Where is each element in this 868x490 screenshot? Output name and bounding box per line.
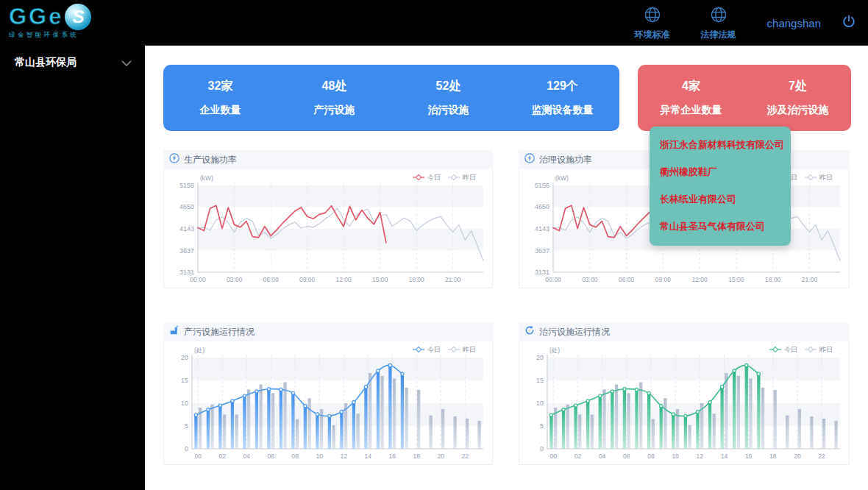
svg-text:10: 10	[316, 452, 324, 460]
svg-text:02: 02	[219, 452, 227, 460]
svg-text:昨日: 昨日	[463, 346, 476, 353]
chart-title: 治污设施运行情况	[539, 326, 610, 338]
svg-text:今日: 今日	[427, 346, 441, 353]
svg-text:09:00: 09:00	[299, 276, 316, 283]
company-item[interactable]: 浙江永合新材料科技有限公司	[650, 131, 791, 158]
stat-value: 129个	[547, 79, 578, 94]
svg-text:0: 0	[540, 445, 544, 452]
svg-text:(kW): (kW)	[200, 174, 213, 182]
globe-icon	[709, 5, 728, 27]
svg-text:06: 06	[268, 452, 275, 460]
svg-text:16: 16	[389, 452, 396, 460]
stat-item: 48处产污设施	[277, 65, 391, 131]
svg-text:4650: 4650	[179, 203, 194, 210]
svg-text:22: 22	[818, 452, 825, 460]
nav-item-env-standards[interactable]: 环境标准	[635, 5, 670, 41]
svg-text:02: 02	[574, 452, 582, 460]
svg-text:0: 0	[185, 445, 188, 452]
main-content: 32家企业数量48处产污设施52处治污设施129个监测设备数量 4家异常企业数量…	[145, 46, 868, 490]
nav-item-laws[interactable]: 法律法规	[701, 5, 736, 41]
nav-label: 环境标准	[635, 29, 670, 41]
org-name: 常山县环保局	[15, 56, 77, 69]
svg-text:5: 5	[185, 422, 188, 430]
svg-text:09:00: 09:00	[655, 276, 672, 283]
chart-plot: 20151050(处)000204060810121416182022今日昨日	[519, 341, 850, 465]
svg-text:18: 18	[769, 452, 777, 460]
company-item[interactable]: 衢州橡胶鞋厂	[650, 158, 791, 185]
chart-header: 治污设施运行情况	[519, 322, 850, 341]
svg-text:(处): (处)	[194, 347, 204, 354]
chart-title: 治理设施功率	[539, 154, 592, 166]
stat-item: 4家异常企业数量	[638, 65, 744, 131]
svg-text:12:00: 12:00	[692, 276, 708, 283]
chart-card-production-power: 生产设施功率 51564650414336373131(kW)00:0003:0…	[163, 150, 493, 288]
svg-text:18:00: 18:00	[765, 276, 781, 283]
chimney-icon	[169, 325, 179, 338]
username[interactable]: changshan	[767, 17, 821, 29]
svg-text:21:00: 21:00	[445, 276, 461, 283]
power-circle-icon	[524, 153, 535, 166]
stat-label: 异常企业数量	[661, 104, 722, 117]
app-logo: GGe S 绿金智能环保系统	[9, 4, 91, 40]
svg-text:08: 08	[292, 452, 299, 460]
chevron-down-icon	[121, 56, 132, 69]
stat-label: 涉及治污设施	[767, 104, 829, 117]
chart-plot: 20151050(处)000204060810121416182022今日昨日	[163, 341, 493, 465]
svg-text:昨日: 昨日	[463, 174, 476, 181]
svg-text:00:00: 00:00	[190, 276, 206, 283]
svg-text:(处): (处)	[549, 347, 560, 354]
stats-card-abnormal[interactable]: 4家异常企业数量7处涉及治污设施	[638, 65, 851, 131]
svg-text:00:00: 00:00	[545, 276, 561, 283]
svg-text:20: 20	[438, 452, 445, 460]
stat-value: 52处	[436, 79, 461, 94]
svg-text:今日: 今日	[784, 346, 797, 353]
svg-text:00: 00	[550, 452, 558, 460]
company-item[interactable]: 常山县圣马气体有限公司	[650, 213, 791, 240]
svg-text:5156: 5156	[535, 182, 549, 189]
svg-text:00: 00	[195, 452, 202, 460]
chart-card-pollution-facility-run: 产污设施运行情况 20151050(处)00020406081012141618…	[163, 322, 493, 465]
stat-value: 7处	[789, 79, 807, 94]
chart-title: 生产设施功率	[184, 154, 237, 166]
stat-value: 4家	[682, 79, 700, 94]
svg-text:3131: 3131	[535, 269, 549, 276]
svg-text:14: 14	[365, 452, 372, 460]
stat-value: 48处	[322, 79, 347, 94]
company-item[interactable]: 长林纸业有限公司	[650, 185, 791, 213]
stat-label: 企业数量	[200, 104, 241, 117]
stat-item: 52处治污设施	[391, 65, 505, 131]
stat-item: 129个监测设备数量	[505, 65, 619, 131]
svg-text:20: 20	[794, 452, 801, 460]
sidebar: 常山县环保局	[0, 46, 145, 490]
power-button[interactable]	[842, 14, 856, 32]
svg-text:08: 08	[647, 452, 655, 460]
svg-text:20: 20	[181, 354, 188, 361]
stat-label: 产污设施	[314, 104, 355, 117]
svg-text:4143: 4143	[179, 225, 194, 232]
globe-icon	[643, 5, 662, 27]
stat-value: 32家	[208, 79, 233, 94]
svg-text:5: 5	[540, 422, 544, 430]
svg-text:06:00: 06:00	[263, 276, 279, 283]
chart-plot: 51564650414336373131(kW)00:0003:0006:000…	[163, 169, 493, 288]
logo-orb-icon: S	[65, 4, 91, 30]
chart-header: 产污设施运行情况	[163, 322, 493, 341]
abnormal-company-list: 浙江永合新材料科技有限公司衢州橡胶鞋厂长林纸业有限公司常山县圣马气体有限公司	[650, 127, 791, 246]
chart-header: 生产设施功率	[163, 150, 493, 169]
stat-label: 治污设施	[428, 104, 469, 117]
svg-text:04: 04	[599, 452, 606, 460]
logo-text: GGe	[9, 4, 63, 30]
svg-text:12: 12	[341, 452, 348, 460]
chart-card-treatment-facility-run: 治污设施运行情况 20151050(处)00020406081012141618…	[519, 322, 850, 465]
svg-text:18:00: 18:00	[409, 276, 425, 283]
chart-title: 产污设施运行情况	[184, 326, 255, 338]
svg-text:04: 04	[243, 452, 251, 460]
sidebar-item-org[interactable]: 常山县环保局	[0, 46, 145, 79]
svg-text:10: 10	[536, 400, 544, 407]
svg-text:5156: 5156	[179, 182, 194, 189]
svg-text:3131: 3131	[179, 269, 194, 276]
svg-text:21:00: 21:00	[802, 276, 818, 283]
logo-subtitle: 绿金智能环保系统	[9, 31, 91, 40]
svg-text:昨日: 昨日	[819, 346, 833, 353]
svg-text:06: 06	[623, 452, 630, 460]
